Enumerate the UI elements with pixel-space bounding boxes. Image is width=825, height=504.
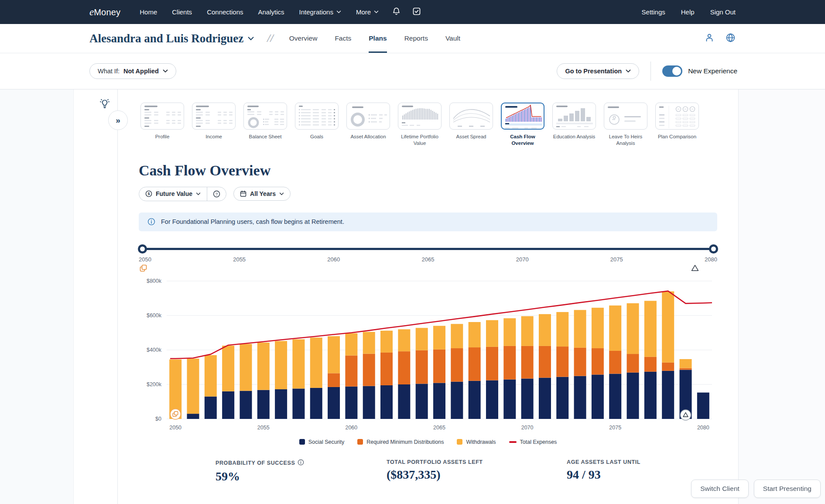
tab-reports[interactable]: Reports	[404, 24, 428, 53]
bar-2055[interactable]	[257, 343, 270, 419]
carousel-item-balance-sheet[interactable]: Balance Sheet	[242, 103, 289, 147]
bar-2076[interactable]	[627, 303, 639, 419]
bar-2058[interactable]	[310, 337, 322, 418]
bar-2071[interactable]	[539, 314, 551, 419]
education-analysis-thumbnail-icon	[552, 103, 596, 130]
value-type-help-button[interactable]: ?	[207, 187, 226, 201]
bar-2075[interactable]	[609, 305, 621, 419]
triangle-annotation-icon[interactable]	[691, 264, 699, 273]
bar-2069[interactable]	[503, 318, 516, 419]
bar-2066[interactable]	[451, 324, 463, 419]
svg-text:2050: 2050	[169, 425, 181, 431]
start-presenting-button[interactable]: Start Presenting	[754, 480, 821, 498]
legend-label: Social Security	[308, 439, 345, 445]
info-tooltip-icon[interactable]	[298, 459, 304, 467]
bar-2065[interactable]	[433, 326, 445, 419]
nav-link-analytics[interactable]: Analytics	[258, 8, 284, 16]
tab-vault[interactable]: Vault	[445, 24, 460, 53]
nav-link-sign-out[interactable]: Sign Out	[710, 8, 736, 16]
svg-text:$400k: $400k	[147, 347, 162, 353]
tasks-checkbox-icon[interactable]	[412, 7, 421, 17]
bar-2061[interactable]	[363, 332, 375, 418]
bar-2062[interactable]	[380, 331, 393, 419]
legend-item-withdrawals[interactable]: Withdrawals	[457, 439, 496, 445]
legend-item-social-security[interactable]: Social Security	[299, 439, 345, 445]
info-banner: For Foundational Planning users, cash fl…	[139, 213, 717, 231]
bar-2054[interactable]	[240, 344, 252, 419]
svg-text:$: $	[148, 192, 150, 196]
nav-link-clients[interactable]: Clients	[172, 8, 192, 16]
slider-handle-min[interactable]	[138, 244, 147, 254]
carousel-item-goals[interactable]: Goals	[293, 103, 340, 147]
bar-2059[interactable]	[328, 336, 340, 419]
copy-annotation-icon[interactable]	[140, 264, 147, 274]
go-to-presentation-label: Go to Presentation	[565, 68, 622, 75]
bar-2068[interactable]	[486, 320, 498, 419]
what-if-dropdown[interactable]: What If: Not Applied	[89, 63, 176, 79]
stat-label: PROBABILITY OF SUCCESS	[216, 459, 304, 467]
bar-2063[interactable]	[398, 329, 410, 418]
carousel-item-cash-flow-overview[interactable]: Cash Flow Overview	[499, 103, 546, 147]
bar-2074[interactable]	[592, 308, 604, 419]
notifications-bell-icon[interactable]	[392, 7, 401, 18]
carousel-item-plan-comparison[interactable]: Plan Comparison	[654, 103, 701, 147]
carousel-item-profile[interactable]: Profile	[139, 103, 186, 147]
divider	[650, 62, 651, 81]
slider-tick-2080: 2080	[705, 256, 717, 263]
lightbulb-tips-icon[interactable]	[99, 98, 110, 111]
nav-link-integrations[interactable]: Integrations	[299, 8, 341, 16]
emoney-logo[interactable]: eMoney	[89, 7, 120, 18]
nav-link-help[interactable]: Help	[681, 8, 695, 16]
client-name-dropdown[interactable]: Alesandra and Luis Rodriguez	[89, 32, 254, 45]
future-value-dropdown[interactable]: $ Future Value	[139, 187, 207, 201]
bar-2064[interactable]	[416, 328, 428, 419]
bar-2067[interactable]	[469, 322, 481, 419]
bar-2051[interactable]	[187, 359, 199, 419]
legend-item-required-minimum-distributions[interactable]: Required Minimum Distributions	[357, 439, 444, 445]
info-icon	[147, 218, 155, 226]
switch-client-button[interactable]: Switch Client	[691, 480, 749, 498]
carousel-item-leave-to-heirs-analysis[interactable]: Leave To Heirs Analysis	[602, 103, 649, 147]
slider-track[interactable]	[141, 248, 715, 250]
carousel-item-asset-allocation[interactable]: Asset Allocation	[345, 103, 392, 147]
chart-triangle-marker-icon[interactable]	[681, 410, 691, 420]
carousel-item-education-analysis[interactable]: Education Analysis	[551, 103, 598, 147]
bar-2056[interactable]	[275, 341, 287, 419]
all-years-dropdown[interactable]: All Years	[234, 187, 290, 200]
carousel-item-asset-spread[interactable]: Asset Spread	[448, 103, 495, 147]
bar-2072[interactable]	[556, 312, 568, 419]
bar-2078[interactable]	[662, 291, 674, 419]
nav-link-connections[interactable]: Connections	[207, 8, 243, 16]
help-icon: ?	[213, 190, 220, 198]
bar-2070[interactable]	[521, 316, 534, 418]
bar-2077[interactable]	[644, 301, 657, 419]
tab-plans[interactable]: Plans	[369, 24, 387, 53]
nav-links: HomeClientsConnectionsAnalyticsIntegrati…	[140, 8, 379, 16]
bar-2080[interactable]	[697, 392, 709, 418]
new-experience-toggle[interactable]	[662, 65, 682, 77]
collapse-panel-button[interactable]: »	[108, 110, 128, 130]
svg-text:$600k: $600k	[147, 312, 162, 319]
legend-item-total-expenses[interactable]: Total Expenses	[509, 439, 557, 445]
carousel-item-lifetime-portfolio-value[interactable]: Lifetime Portfolio Value	[396, 103, 443, 147]
bar-2073[interactable]	[574, 310, 586, 419]
asset-allocation-thumbnail-icon	[346, 103, 390, 130]
bar-2057[interactable]	[292, 339, 305, 418]
chart-copy-marker-icon[interactable]	[170, 409, 181, 419]
right-rail	[738, 89, 825, 504]
bar-2060[interactable]	[345, 333, 357, 419]
chevron-down-icon	[163, 69, 168, 73]
carousel-label: Lifetime Portfolio Value	[396, 134, 443, 147]
bar-2052[interactable]	[205, 355, 217, 419]
nav-link-home[interactable]: Home	[140, 8, 157, 16]
nav-link-more[interactable]: More	[356, 8, 379, 16]
slider-handle-max[interactable]	[709, 244, 718, 254]
tab-overview[interactable]: Overview	[289, 24, 318, 53]
user-profile-icon[interactable]	[705, 33, 714, 44]
go-to-presentation-button[interactable]: Go to Presentation	[557, 63, 639, 79]
globe-icon[interactable]	[726, 33, 736, 45]
nav-link-settings[interactable]: Settings	[642, 8, 665, 16]
bar-2053[interactable]	[222, 346, 234, 419]
carousel-item-income[interactable]: Income	[190, 103, 237, 147]
tab-facts[interactable]: Facts	[335, 24, 351, 53]
